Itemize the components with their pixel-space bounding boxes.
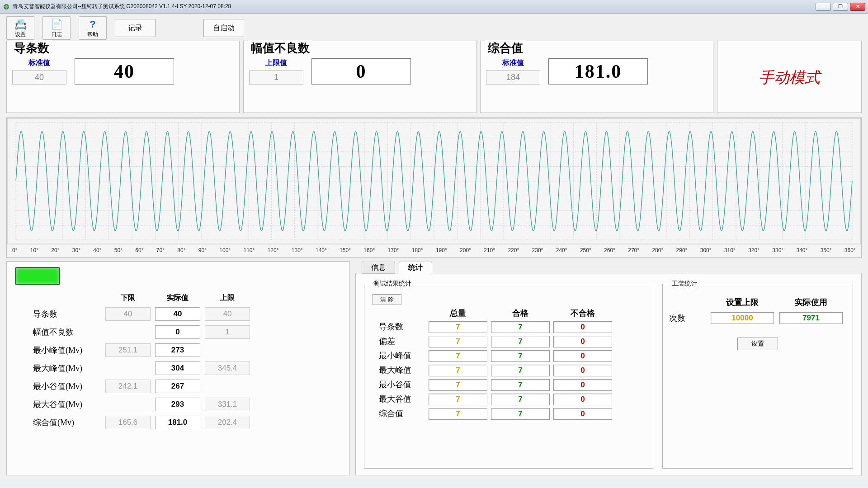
waveform-area: 0°10°20°30°40°50°60°70°80°90°100°110°120… xyxy=(6,117,862,258)
measure-upper: 331.1 xyxy=(205,398,250,411)
settings-button[interactable]: 📇 设置 xyxy=(6,16,34,40)
measure-lower: 242.1 xyxy=(105,380,151,393)
tool-count-label: 次数 xyxy=(669,313,705,324)
stats-pass: 7 xyxy=(491,365,550,376)
stats-legend: 测试结果统计 xyxy=(371,280,414,288)
measure-row-label: 最小峰值(Mv) xyxy=(15,345,101,356)
guides-std-value: 40 xyxy=(12,70,66,84)
measure-actual: 267 xyxy=(155,380,200,393)
tooling-fieldset: 工装统计 设置上限 实际使用 次数 10000 7971 设置 xyxy=(662,280,853,469)
stats-pass: 7 xyxy=(491,394,550,405)
measurement-panel: 下限实际值上限导条数404040幅值不良数01最小峰值(Mv)251.1273最… xyxy=(6,261,350,475)
wave-tick: 290° xyxy=(676,247,688,253)
wave-tick: 210° xyxy=(484,247,495,253)
wave-tick: 310° xyxy=(724,247,736,253)
measure-actual: 181.0 xyxy=(155,416,200,429)
wave-tick: 50° xyxy=(114,247,123,253)
stats-fail: 0 xyxy=(553,394,612,405)
wave-tick: 80° xyxy=(177,247,185,253)
help-icon: ? xyxy=(90,19,95,30)
record-button[interactable]: 记录 xyxy=(115,19,156,37)
measure-row-label: 幅值不良数 xyxy=(15,327,101,338)
app-icon xyxy=(3,3,10,10)
clear-button[interactable]: 清 除 xyxy=(373,294,401,305)
stats-fail: 0 xyxy=(553,350,612,362)
tool-used-value: 7971 xyxy=(779,312,843,324)
tool-used-header: 实际使用 xyxy=(779,297,843,308)
amp-bad-title: 幅值不良数 xyxy=(248,40,312,56)
toolbar: 📇 设置 📄 日志 ? 帮助 记录 自启动 xyxy=(0,14,868,41)
measure-upper: 40 xyxy=(205,307,250,321)
stats-fieldset: 测试结果统计 清 除 总量合格不合格导条数770偏差770最小峰值770最大峰值… xyxy=(364,280,653,469)
stats-fail: 0 xyxy=(553,408,612,420)
measure-upper: 202.4 xyxy=(205,416,250,429)
wave-tick: 90° xyxy=(198,247,207,253)
stats-total: 7 xyxy=(429,365,487,376)
stats-fail: 0 xyxy=(553,336,612,347)
mode-panel: 手动模式 xyxy=(717,41,862,113)
close-button[interactable] xyxy=(850,3,865,11)
composite-std-value: 184 xyxy=(486,70,540,84)
measure-actual: 293 xyxy=(155,398,200,411)
wave-tick: 100° xyxy=(219,247,231,253)
stats-row-label: 最小谷值 xyxy=(371,379,425,391)
tab-info[interactable]: 信息 xyxy=(362,262,395,274)
wave-tick: 250° xyxy=(580,247,591,253)
waveform-ticks: 0°10°20°30°40°50°60°70°80°90°100°110°120… xyxy=(7,247,861,256)
stats-row-label: 最小峰值 xyxy=(371,350,425,362)
wave-tick: 150° xyxy=(340,247,351,253)
window-title: 青岛艾普智能仪器有限公司--压铸转子测试系统 G202008042 V1.1.4… xyxy=(13,3,816,10)
measure-upper: 345.4 xyxy=(205,361,250,375)
log-icon: 📄 xyxy=(51,19,63,30)
wave-tick: 320° xyxy=(748,247,760,253)
wave-tick: 140° xyxy=(316,247,327,253)
stats-row-label: 最大谷值 xyxy=(371,394,425,405)
stats-total: 7 xyxy=(429,336,487,347)
wave-tick: 40° xyxy=(93,247,101,253)
amp-bad-display: 0 xyxy=(311,58,411,84)
help-button[interactable]: ? 帮助 xyxy=(79,16,107,40)
wave-tick: 340° xyxy=(796,247,807,253)
composite-panel: 综合值 标准值 184 181.0 xyxy=(480,41,713,113)
guides-title: 导条数 xyxy=(11,40,52,56)
wave-tick: 280° xyxy=(652,247,663,253)
wave-tick: 200° xyxy=(460,247,471,253)
wave-tick: 20° xyxy=(51,247,59,253)
stats-pass: 7 xyxy=(491,379,550,391)
tool-settings-button[interactable]: 设置 xyxy=(737,338,778,350)
composite-display: 181.0 xyxy=(548,58,648,84)
log-label: 日志 xyxy=(51,31,62,38)
tool-limit-value: 10000 xyxy=(711,312,774,324)
status-led xyxy=(15,267,60,285)
wave-tick: 30° xyxy=(72,247,80,253)
composite-std-label: 标准值 xyxy=(502,58,524,68)
titlebar: 青岛艾普智能仪器有限公司--压铸转子测试系统 G202008042 V1.1.4… xyxy=(0,0,868,14)
stats-fail: 0 xyxy=(553,365,612,376)
measure-actual: 304 xyxy=(155,361,200,375)
tab-stats[interactable]: 统计 xyxy=(399,262,432,274)
stats-total: 7 xyxy=(429,394,487,405)
autostart-button[interactable]: 自启动 xyxy=(203,19,244,37)
log-button[interactable]: 📄 日志 xyxy=(42,16,71,40)
restore-button[interactable] xyxy=(833,3,848,11)
wave-tick: 300° xyxy=(700,247,712,253)
wave-tick: 60° xyxy=(135,247,143,253)
stats-total: 7 xyxy=(429,350,487,362)
wave-tick: 170° xyxy=(388,247,399,253)
stats-row-label: 综合值 xyxy=(371,408,425,420)
stats-fail: 0 xyxy=(553,321,612,333)
wave-tick: 360° xyxy=(844,247,856,253)
measure-row-label: 最大谷值(Mv) xyxy=(15,399,101,410)
wave-tick: 230° xyxy=(532,247,543,253)
wave-tick: 350° xyxy=(821,247,832,253)
stats-row-label: 偏差 xyxy=(371,336,425,347)
stats-pass: 7 xyxy=(491,336,550,347)
measure-actual: 40 xyxy=(155,307,200,321)
tabs: 信息 统计 xyxy=(362,261,862,273)
tool-limit-header: 设置上限 xyxy=(711,297,774,308)
stats-total: 7 xyxy=(429,408,487,420)
stats-total: 7 xyxy=(429,321,487,333)
stats-row-label: 最大峰值 xyxy=(371,365,425,376)
stats-pass: 7 xyxy=(491,321,550,333)
minimize-button[interactable] xyxy=(816,3,831,11)
